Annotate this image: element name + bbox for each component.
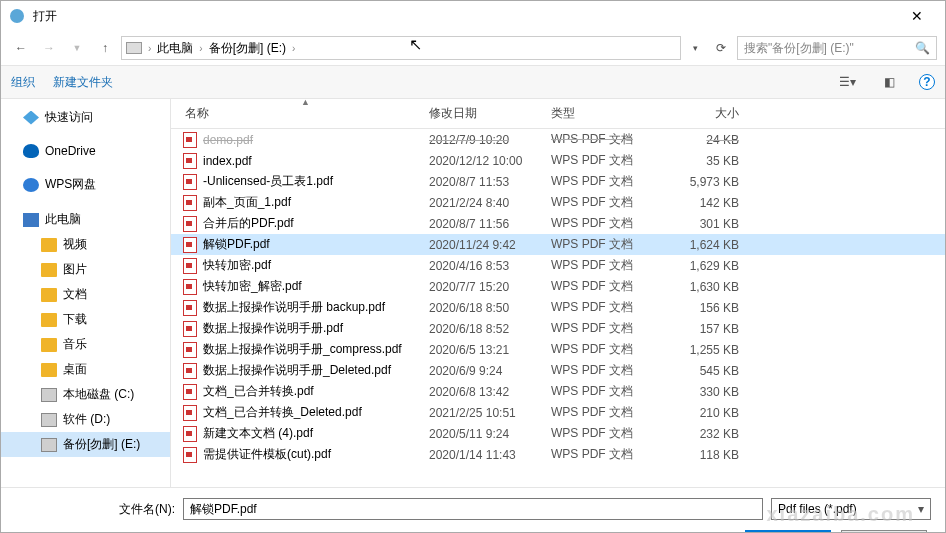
organize-menu[interactable]: 组织 (11, 74, 35, 91)
pdf-icon (183, 447, 197, 463)
file-row[interactable]: index.pdf2020/12/12 10:00WPS PDF 文档35 KB (171, 150, 945, 171)
breadcrumb-pc[interactable]: 此电脑 (157, 40, 193, 57)
file-row[interactable]: 快转加密_解密.pdf2020/7/7 15:20WPS PDF 文档1,630… (171, 276, 945, 297)
column-date[interactable]: 修改日期 (429, 105, 551, 122)
sidebar-music[interactable]: 音乐 (1, 332, 170, 357)
wps-icon (23, 178, 39, 192)
file-size: 142 KB (667, 196, 757, 210)
sidebar-drive-c[interactable]: 本地磁盘 (C:) (1, 382, 170, 407)
sidebar-video[interactable]: 视频 (1, 232, 170, 257)
file-row[interactable]: demo.pdf2012/7/9 10:20WPS PDF 文档24 KB (171, 129, 945, 150)
sidebar-wps[interactable]: WPS网盘 (1, 172, 170, 197)
file-date: 2020/7/7 15:20 (429, 280, 551, 294)
address-bar[interactable]: › 此电脑 › 备份[勿删] (E:) › (121, 36, 681, 60)
file-name: 需提供证件模板(cut).pdf (203, 446, 331, 463)
search-icon: 🔍 (915, 41, 930, 55)
pdf-icon (183, 237, 197, 253)
file-size: 35 KB (667, 154, 757, 168)
file-date: 2021/2/25 10:51 (429, 406, 551, 420)
breadcrumb-sep: › (292, 43, 295, 54)
file-row[interactable]: 副本_页面_1.pdf2021/2/24 8:40WPS PDF 文档142 K… (171, 192, 945, 213)
column-headers: ▲ 名称 修改日期 类型 大小 (171, 99, 945, 129)
forward-button[interactable]: → (37, 36, 61, 60)
file-row[interactable]: 数据上报操作说明手册_compress.pdf2020/6/5 13:21WPS… (171, 339, 945, 360)
file-name: demo.pdf (203, 133, 253, 147)
file-row[interactable]: 文档_已合并转换.pdf2020/6/8 13:42WPS PDF 文档330 … (171, 381, 945, 402)
sidebar-quick-access[interactable]: 快速访问 (1, 105, 170, 130)
file-size: 330 KB (667, 385, 757, 399)
close-button[interactable]: ✕ (897, 8, 937, 24)
breadcrumb-sep: › (199, 43, 202, 54)
folder-icon (41, 288, 57, 302)
pdf-icon (183, 153, 197, 169)
filename-input[interactable] (183, 498, 763, 520)
pdf-icon (183, 195, 197, 211)
breadcrumb-drive[interactable]: 备份[勿删] (E:) (209, 40, 286, 57)
file-size: 1,624 KB (667, 238, 757, 252)
drive-icon (41, 413, 57, 427)
pdf-icon (183, 132, 197, 148)
column-size[interactable]: 大小 (667, 105, 757, 122)
back-button[interactable]: ← (9, 36, 33, 60)
file-type: WPS PDF 文档 (551, 383, 667, 400)
file-name: 数据上报操作说明手册 backup.pdf (203, 299, 385, 316)
file-size: 210 KB (667, 406, 757, 420)
preview-pane-button[interactable]: ◧ (877, 75, 901, 89)
up-button[interactable]: ↑ (93, 36, 117, 60)
file-size: 157 KB (667, 322, 757, 336)
pdf-icon (183, 174, 197, 190)
sidebar-desktop[interactable]: 桌面 (1, 357, 170, 382)
new-folder-button[interactable]: 新建文件夹 (53, 74, 113, 91)
footer: 文件名(N): Pdf files (*.pdf) ▾ 打开(O) ▼ 取消 (1, 487, 945, 533)
column-label: 名称 (185, 105, 209, 122)
sidebar-documents[interactable]: 文档 (1, 282, 170, 307)
file-row[interactable]: -Unlicensed-员工表1.pdf2020/8/7 11:53WPS PD… (171, 171, 945, 192)
file-row[interactable]: 文档_已合并转换_Deleted.pdf2021/2/25 10:51WPS P… (171, 402, 945, 423)
file-date: 2020/6/18 8:52 (429, 322, 551, 336)
file-type: WPS PDF 文档 (551, 257, 667, 274)
file-row[interactable]: 解锁PDF.pdf2020/11/24 9:42WPS PDF 文档1,624 … (171, 234, 945, 255)
address-dropdown[interactable]: ▾ (685, 43, 705, 53)
sidebar-onedrive[interactable]: OneDrive (1, 140, 170, 162)
refresh-button[interactable]: ⟳ (709, 41, 733, 55)
file-list[interactable]: demo.pdf2012/7/9 10:20WPS PDF 文档24 KBind… (171, 129, 945, 487)
file-row[interactable]: 需提供证件模板(cut).pdf2020/1/14 11:43WPS PDF 文… (171, 444, 945, 465)
sidebar-item-label: WPS网盘 (45, 176, 96, 193)
sidebar-drive-e[interactable]: 备份[勿删] (E:) (1, 432, 170, 457)
file-row[interactable]: 数据上报操作说明手册.pdf2020/6/18 8:52WPS PDF 文档15… (171, 318, 945, 339)
file-date: 2020/11/24 9:42 (429, 238, 551, 252)
sidebar-this-pc[interactable]: 此电脑 (1, 207, 170, 232)
help-button[interactable]: ? (919, 74, 935, 90)
file-name: 快转加密.pdf (203, 257, 271, 274)
folder-icon (41, 363, 57, 377)
sidebar-item-label: OneDrive (45, 144, 96, 158)
file-row[interactable]: 快转加密.pdf2020/4/16 8:53WPS PDF 文档1,629 KB (171, 255, 945, 276)
pc-icon (23, 213, 39, 227)
app-icon (9, 8, 25, 24)
file-row[interactable]: 合并后的PDF.pdf2020/8/7 11:56WPS PDF 文档301 K… (171, 213, 945, 234)
sidebar-item-label: 下载 (63, 311, 87, 328)
recent-dropdown[interactable]: ▼ (65, 36, 89, 60)
toolbar: 组织 新建文件夹 ☰▾ ◧ ? (1, 65, 945, 99)
file-type-filter[interactable]: Pdf files (*.pdf) ▾ (771, 498, 931, 520)
file-row[interactable]: 新建文本文档 (4).pdf2020/5/11 9:24WPS PDF 文档23… (171, 423, 945, 444)
file-size: 156 KB (667, 301, 757, 315)
search-input[interactable]: 搜索"备份[勿删] (E:)" 🔍 (737, 36, 937, 60)
sidebar-downloads[interactable]: 下载 (1, 307, 170, 332)
file-date: 2020/12/12 10:00 (429, 154, 551, 168)
pdf-icon (183, 405, 197, 421)
sidebar-drive-d[interactable]: 软件 (D:) (1, 407, 170, 432)
column-name[interactable]: 名称 (171, 105, 429, 122)
file-type: WPS PDF 文档 (551, 341, 667, 358)
file-name: -Unlicensed-员工表1.pdf (203, 173, 333, 190)
sidebar-item-label: 桌面 (63, 361, 87, 378)
file-row[interactable]: 数据上报操作说明手册_Deleted.pdf2020/6/9 9:24WPS P… (171, 360, 945, 381)
pdf-icon (183, 258, 197, 274)
sidebar-item-label: 快速访问 (45, 109, 93, 126)
sidebar-pictures[interactable]: 图片 (1, 257, 170, 282)
view-options-button[interactable]: ☰▾ (835, 75, 859, 89)
file-size: 24 KB (667, 133, 757, 147)
file-type: WPS PDF 文档 (551, 425, 667, 442)
file-row[interactable]: 数据上报操作说明手册 backup.pdf2020/6/18 8:50WPS P… (171, 297, 945, 318)
column-type[interactable]: 类型 (551, 105, 667, 122)
